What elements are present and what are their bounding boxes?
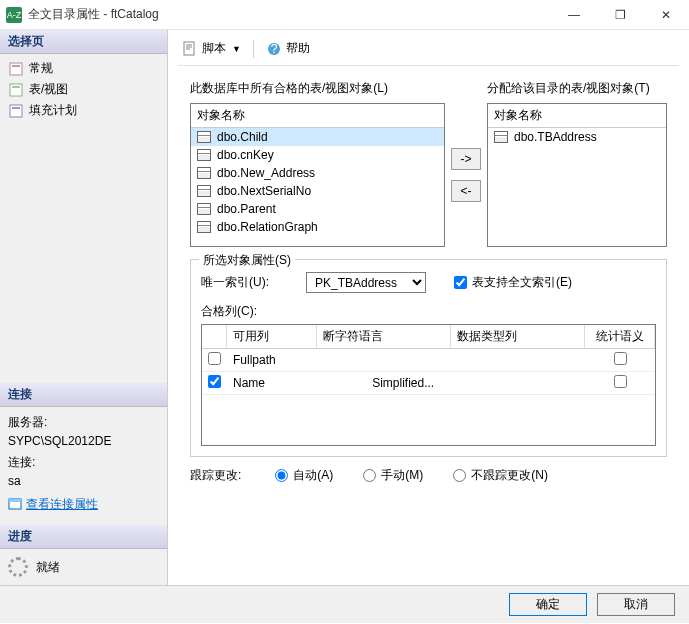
stat-checkbox[interactable] [614,375,627,388]
conn-label: 连接: [8,454,159,471]
grid-row[interactable]: Fullpath [202,349,655,372]
dropdown-icon: ▼ [232,44,241,54]
page-icon [8,82,24,98]
close-button[interactable]: ✕ [643,0,689,30]
grid-header-datatype: 数据类型列 [450,325,584,349]
maximize-button[interactable]: ❐ [597,0,643,30]
grid-header-language: 断字符语言 [316,325,450,349]
list-item[interactable]: dbo.Child [191,128,444,146]
help-label: 帮助 [286,40,310,57]
page-icon [8,61,24,77]
table-icon [197,167,211,179]
move-right-button[interactable]: -> [451,148,481,170]
select-page-header: 选择页 [0,30,167,54]
grid-row[interactable]: Name Simplified... [202,372,655,395]
svg-rect-1 [12,65,20,67]
tracking-none-radio[interactable]: 不跟踪更改(N) [453,467,548,484]
list-item[interactable]: dbo.Parent [191,200,444,218]
nav-label: 表/视图 [29,81,68,98]
column-checkbox[interactable] [208,352,221,365]
help-icon: ? [266,41,282,57]
unique-index-label: 唯一索引(U): [201,274,296,291]
script-icon [182,41,198,57]
nav-label: 常规 [29,60,53,77]
svg-rect-3 [12,86,20,88]
conn-value: sa [8,474,159,488]
svg-rect-2 [10,84,22,96]
nav-tables-views[interactable]: 表/视图 [0,79,167,100]
connection-header: 连接 [0,383,167,407]
group-title: 所选对象属性(S) [199,252,295,269]
support-fulltext-checkbox[interactable] [454,276,467,289]
ok-button[interactable]: 确定 [509,593,587,616]
progress-spinner-icon [8,557,28,577]
list-item[interactable]: dbo.RelationGraph [191,218,444,236]
script-label: 脚本 [202,40,226,57]
view-connection-properties-link[interactable]: 查看连接属性 [8,496,98,513]
list-item[interactable]: dbo.New_Address [191,164,444,182]
col-header-object-name: 对象名称 [197,107,245,124]
support-fulltext-label: 表支持全文索引(E) [472,274,572,291]
app-icon: A-Z [6,7,22,23]
stat-checkbox[interactable] [614,352,627,365]
eligible-columns-grid[interactable]: 可用列 断字符语言 数据类型列 统计语义 Fullpath [201,324,656,446]
table-icon [197,149,211,161]
link-icon [8,497,22,511]
svg-rect-4 [10,105,22,117]
column-checkbox[interactable] [208,375,221,388]
nav-populate-schedule[interactable]: 填充计划 [0,100,167,121]
page-icon [8,103,24,119]
tracking-label: 跟踪更改: [190,467,241,484]
link-text: 查看连接属性 [26,496,98,513]
list-item[interactable]: dbo.cnKey [191,146,444,164]
svg-rect-0 [10,63,22,75]
list-item[interactable]: dbo.TBAddress [488,128,666,146]
toolbar: 脚本 ▼ ? 帮助 [178,38,679,66]
table-icon [494,131,508,143]
assigned-objects-list[interactable]: 对象名称 dbo.TBAddress [487,103,667,247]
window-controls: — ❐ ✕ [551,0,689,30]
eligible-columns-label: 合格列(C): [201,303,656,320]
available-objects-list[interactable]: 对象名称 dbo.Child dbo.cnKey dbo.New_Address… [190,103,445,247]
svg-rect-5 [12,107,20,109]
script-button[interactable]: 脚本 ▼ [178,38,245,59]
help-button[interactable]: ? 帮助 [262,38,314,59]
svg-text:?: ? [271,42,278,56]
sidebar: 选择页 常规 表/视图 填充计划 连接 服务器: SYPC\SQL2012DE … [0,30,168,585]
svg-rect-7 [9,499,21,502]
progress-header: 进度 [0,525,167,549]
page-nav: 常规 表/视图 填充计划 [0,54,167,125]
nav-general[interactable]: 常规 [0,58,167,79]
progress-status: 就绪 [36,559,60,576]
table-icon [197,221,211,233]
tracking-manual-radio[interactable]: 手动(M) [363,467,423,484]
content-area: 脚本 ▼ ? 帮助 此数据库中所有合格的表/视图对象(L) 分配给该目录的表/视… [168,30,689,585]
server-label: 服务器: [8,414,159,431]
table-icon [197,185,211,197]
list-item[interactable]: dbo.NextSerialNo [191,182,444,200]
right-list-label: 分配给该目录的表/视图对象(T) [487,80,667,97]
selected-object-properties-group: 所选对象属性(S) 唯一索引(U): PK_TBAddress 表支持全文索引(… [190,259,667,457]
nav-label: 填充计划 [29,102,77,119]
left-list-label: 此数据库中所有合格的表/视图对象(L) [190,80,467,97]
cancel-button[interactable]: 取消 [597,593,675,616]
dialog-footer: 确定 取消 [0,585,689,623]
table-icon [197,131,211,143]
window-title: 全文目录属性 - ftCatalog [28,6,551,23]
col-header-object-name: 对象名称 [494,107,542,124]
connection-panel: 服务器: SYPC\SQL2012DE 连接: sa 查看连接属性 [0,407,167,526]
progress-panel: 就绪 [0,549,167,585]
tracking-auto-radio[interactable]: 自动(A) [275,467,333,484]
window-titlebar: A-Z 全文目录属性 - ftCatalog — ❐ ✕ [0,0,689,30]
minimize-button[interactable]: — [551,0,597,30]
table-icon [197,203,211,215]
grid-header-available: 可用列 [226,325,316,349]
move-left-button[interactable]: <- [451,180,481,202]
unique-index-select[interactable]: PK_TBAddress [306,272,426,293]
toolbar-separator [253,40,254,58]
server-value: SYPC\SQL2012DE [8,434,159,448]
grid-header-stat: 统计语义 [585,325,655,349]
